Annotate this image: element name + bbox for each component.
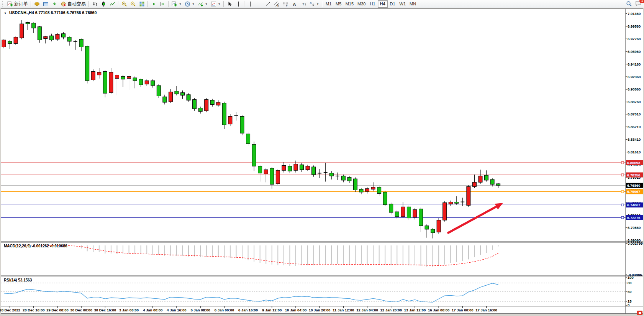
bar-chart-icon: [92, 1, 98, 7]
zoom-out-button[interactable]: [129, 0, 138, 8]
new-order-icon: [7, 1, 13, 7]
auto-scroll-button[interactable]: [158, 0, 167, 8]
toolbar-drag-handle[interactable]: [2, 1, 5, 7]
svg-text:6 Jan 00:00: 6 Jan 00:00: [215, 308, 234, 312]
auto-trading-icon: [61, 1, 66, 7]
cursor-button[interactable]: [225, 0, 234, 8]
bar-chart-button[interactable]: [90, 0, 99, 8]
svg-text:16 Jan 08:00: 16 Jan 08:00: [428, 308, 450, 312]
timeframe-h4[interactable]: H4: [378, 0, 388, 8]
line-chart-button[interactable]: [108, 0, 117, 8]
line-handle: [621, 161, 624, 164]
zoom-in-icon: [121, 1, 127, 7]
svg-text:50: 50: [628, 290, 632, 294]
timeframe-d1[interactable]: D1: [388, 0, 398, 8]
svg-text:0.002799: 0.002799: [628, 241, 643, 245]
timeframe-m5[interactable]: M5: [334, 0, 344, 8]
svg-text:6.85210: 6.85210: [628, 125, 641, 129]
text-label-icon: T: [300, 1, 306, 7]
svg-text:13 Jan 12:00: 13 Jan 12:00: [404, 308, 426, 312]
svg-text:6.74067: 6.74067: [627, 203, 640, 207]
svg-text:29 Dec 08:00: 29 Dec 08:00: [46, 308, 69, 312]
overlay-badge: [637, 311, 642, 315]
text-label-button[interactable]: T: [299, 0, 308, 8]
timeframe-mn[interactable]: MN: [408, 0, 418, 8]
macd-label: MACD(12,26,9) -0.001262 -0.010686: [4, 244, 67, 248]
svg-text:30 Dec 16:00: 30 Dec 16:00: [94, 308, 116, 312]
profiles-button[interactable]: ▼: [183, 0, 196, 8]
separator: [168, 1, 169, 7]
vertical-line-icon: [247, 1, 253, 7]
indicators-button[interactable]: ▼: [196, 0, 209, 8]
timeframe-m15[interactable]: M15: [344, 0, 356, 8]
signals-icon: [52, 1, 57, 7]
svg-text:10 Jan 20:00: 10 Jan 20:00: [309, 308, 331, 312]
horizontal-line-button[interactable]: [255, 0, 264, 8]
window-bottom-frame: [0, 314, 644, 316]
timeframe-m30[interactable]: M30: [356, 0, 367, 8]
text-button[interactable]: A: [290, 0, 299, 8]
zoom-in-button[interactable]: [120, 0, 129, 8]
horizontal-line-icon: [256, 1, 262, 7]
arrows-icon: [309, 1, 315, 7]
svg-text:4 Jan 16:00: 4 Jan 16:00: [167, 308, 186, 312]
new-chart-button[interactable]: ▼: [170, 0, 183, 8]
chat-badge: 1: [639, 0, 644, 3]
terminal-button[interactable]: [41, 0, 50, 8]
signals-button[interactable]: [50, 0, 59, 8]
svg-text:6 Jan 16:00: 6 Jan 16:00: [238, 308, 258, 312]
auto-trading-button[interactable]: 自动交易: [59, 0, 87, 8]
toolbar: 新订单 自动交易 ▼ ▼ ▼ ▼ E F A T ▼ M1 M5 M15 M30…: [0, 0, 644, 8]
svg-text:6.92360: 6.92360: [628, 75, 641, 79]
svg-text:12 Jan 04:00: 12 Jan 04:00: [356, 308, 378, 312]
search-button[interactable]: [624, 0, 634, 8]
svg-text:USDCNH-,H4 6.77103 6.77106 6.: USDCNH-,H4 6.77103 6.77106 6.76756 6.768…: [9, 10, 97, 15]
svg-text:6.75967: 6.75967: [627, 189, 640, 194]
equidistant-channel-icon: E: [274, 1, 280, 7]
text-icon: A: [292, 1, 297, 7]
svg-text:6.90560: 6.90560: [628, 87, 641, 91]
svg-text:12 Jan 20:00: 12 Jan 20:00: [380, 308, 402, 312]
templates-icon: [211, 1, 216, 7]
navigator-button[interactable]: [33, 0, 41, 8]
chart-canvas[interactable]: 7.013606.995606.977606.959606.941606.923…: [0, 8, 644, 316]
svg-text:6.94160: 6.94160: [628, 62, 641, 66]
svg-text:6.95960: 6.95960: [628, 49, 641, 54]
svg-text:T: T: [302, 2, 305, 6]
svg-text:17 Jan 16:00: 17 Jan 16:00: [475, 308, 497, 312]
svg-text:6.99560: 6.99560: [628, 24, 641, 28]
svg-text:80: 80: [628, 281, 632, 285]
profiles-icon: [185, 1, 190, 7]
separator: [322, 1, 323, 7]
svg-text:E: E: [277, 4, 279, 7]
indicators-icon: [198, 1, 203, 7]
templates-button[interactable]: ▼: [209, 0, 222, 8]
rsi-label: RSI(14) 53.1563: [4, 278, 32, 282]
zoom-out-icon: [130, 1, 136, 7]
auto-trading-label: 自动交易: [67, 1, 86, 7]
new-order-button[interactable]: 新订单: [6, 0, 29, 8]
svg-text:4 Jan 00:00: 4 Jan 00:00: [143, 308, 162, 312]
trendline-button[interactable]: [264, 0, 272, 8]
timeframe-h1[interactable]: H1: [368, 0, 378, 8]
svg-text:10 Jan 04:00: 10 Jan 04:00: [285, 308, 307, 312]
tile-windows-button[interactable]: [138, 0, 146, 8]
timeframe-m1[interactable]: M1: [324, 0, 334, 8]
chart-title[interactable]: ▼USDCNH-,H4 6.77103 6.77106 6.76756 6.76…: [4, 10, 97, 15]
crosshair-icon: [236, 1, 241, 7]
separator: [147, 1, 148, 7]
candlestick-chart-button[interactable]: [99, 0, 108, 8]
equidistant-channel-button[interactable]: E: [272, 0, 281, 8]
chart-shift-button[interactable]: [149, 0, 158, 8]
line-handle: [621, 216, 624, 219]
timeframe-w1[interactable]: W1: [398, 0, 408, 8]
arrows-button[interactable]: ▼: [308, 0, 321, 8]
vertical-line-button[interactable]: [246, 0, 255, 8]
crosshair-button[interactable]: [234, 0, 243, 8]
svg-text:6.83410: 6.83410: [628, 137, 641, 142]
line-handle: [621, 204, 624, 206]
svg-text:9 Jan 12:00: 9 Jan 12:00: [262, 308, 282, 312]
svg-text:30 Dec 00:00: 30 Dec 00:00: [70, 308, 92, 312]
line-chart-icon: [110, 1, 115, 7]
fibonacci-button[interactable]: F: [281, 0, 290, 8]
